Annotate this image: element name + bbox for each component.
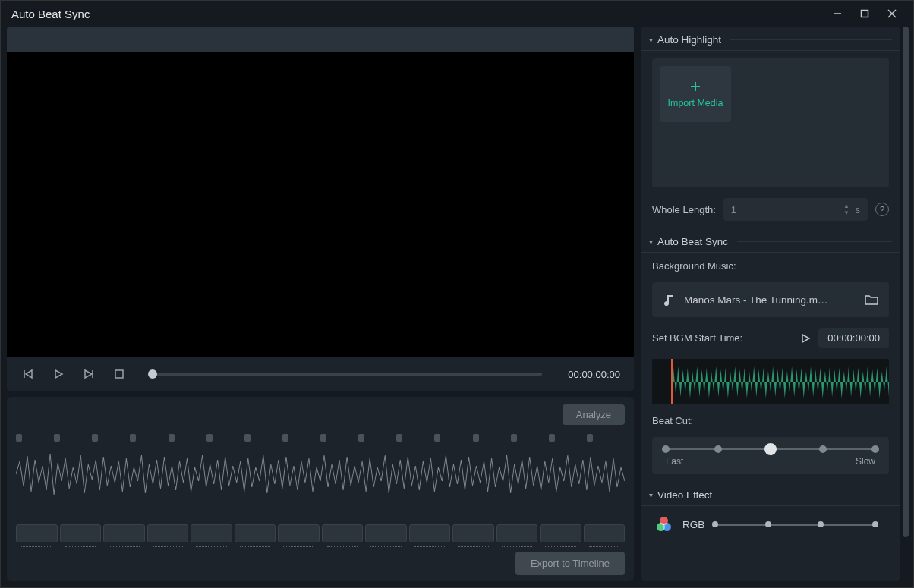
maximize-button[interactable] bbox=[851, 3, 878, 24]
window-title: Auto Beat Sync bbox=[11, 8, 90, 20]
close-button[interactable] bbox=[878, 3, 906, 24]
bgm-playhead-cursor[interactable] bbox=[671, 359, 673, 404]
whole-length-value: 1 bbox=[731, 204, 736, 215]
prev-frame-button[interactable] bbox=[20, 366, 36, 382]
section-title: Auto Highlight bbox=[657, 34, 721, 46]
rgb-icon bbox=[657, 517, 672, 532]
import-media-button[interactable]: Import Media bbox=[660, 66, 731, 122]
caret-down-icon: ▾ bbox=[649, 491, 653, 499]
rgb-label: RGB bbox=[682, 519, 704, 530]
analyze-button[interactable]: Analyze bbox=[563, 404, 625, 425]
transport-controls: 00:00:00:00 bbox=[7, 357, 634, 391]
whole-length-unit: s bbox=[856, 204, 861, 215]
help-icon[interactable]: ? bbox=[875, 203, 889, 216]
beat-cut-slow-label: Slow bbox=[856, 456, 875, 467]
svg-rect-1 bbox=[862, 11, 868, 17]
svg-marker-6 bbox=[55, 370, 62, 378]
analysis-panel: Analyze bbox=[7, 397, 634, 581]
svg-marker-5 bbox=[26, 370, 32, 378]
background-music-name: Manos Mars - The Tunning.m… bbox=[684, 294, 856, 306]
preview-timecode: 00:00:00:00 bbox=[568, 369, 620, 380]
import-media-label: Import Media bbox=[668, 98, 723, 108]
background-music-field[interactable]: Manos Mars - The Tunning.m… bbox=[652, 282, 889, 317]
playhead-slider[interactable] bbox=[153, 373, 542, 376]
beat-cut-slider[interactable]: Fast Slow bbox=[652, 437, 889, 474]
play-icon[interactable] bbox=[800, 333, 811, 344]
folder-icon[interactable] bbox=[865, 294, 878, 306]
bgm-start-time-label: Set BGM Start Time: bbox=[652, 332, 742, 344]
svg-rect-9 bbox=[115, 370, 123, 378]
minimize-button[interactable] bbox=[824, 3, 851, 24]
whole-length-label: Whole Length: bbox=[652, 204, 716, 215]
number-spinner[interactable]: ▲▼ bbox=[843, 203, 849, 216]
bgm-waveform[interactable] bbox=[652, 359, 889, 404]
beat-markers[interactable] bbox=[16, 434, 625, 445]
section-title: Auto Beat Sync bbox=[657, 236, 728, 247]
whole-length-input[interactable]: 1 s ▲▼ bbox=[723, 198, 868, 221]
section-auto-highlight-header[interactable]: ▾ Auto Highlight bbox=[641, 33, 900, 51]
analysis-waveform[interactable] bbox=[16, 445, 625, 504]
media-dropzone[interactable]: Import Media bbox=[652, 58, 889, 187]
svg-marker-12 bbox=[802, 335, 809, 342]
background-music-label: Background Music: bbox=[652, 260, 889, 272]
side-panel-scrollbar[interactable] bbox=[903, 27, 909, 581]
video-preview[interactable] bbox=[7, 52, 634, 357]
caret-down-icon: ▾ bbox=[649, 36, 653, 44]
section-auto-beat-sync-header[interactable]: ▾ Auto Beat Sync bbox=[641, 234, 900, 253]
title-bar: Auto Beat Sync bbox=[1, 1, 913, 27]
export-to-timeline-button[interactable]: Export to Timeline bbox=[515, 552, 625, 575]
bgm-start-time-value[interactable]: 00:00:00:00 bbox=[818, 328, 889, 348]
app-window: Auto Beat Sync 00:00:00:00 bbox=[0, 0, 914, 588]
beat-cut-fast-label: Fast bbox=[666, 456, 683, 467]
music-note-icon bbox=[663, 294, 675, 306]
beat-cut-label: Beat Cut: bbox=[652, 415, 889, 426]
preview-header-bar bbox=[7, 27, 634, 52]
play-button[interactable] bbox=[51, 366, 66, 382]
svg-marker-7 bbox=[85, 370, 92, 378]
section-title: Video Effect bbox=[657, 489, 712, 501]
plus-icon bbox=[689, 80, 702, 93]
next-frame-button[interactable] bbox=[81, 366, 96, 382]
rgb-slider[interactable] bbox=[715, 524, 875, 526]
segment-bar[interactable] bbox=[16, 524, 625, 542]
preview-panel: 00:00:00:00 bbox=[7, 27, 634, 391]
stop-button[interactable] bbox=[112, 366, 127, 382]
side-panel: ▾ Auto Highlight Import Media Whole Leng… bbox=[641, 27, 900, 581]
caret-down-icon: ▾ bbox=[649, 237, 653, 246]
section-video-effect-header[interactable]: ▾ Video Effect bbox=[641, 488, 900, 506]
